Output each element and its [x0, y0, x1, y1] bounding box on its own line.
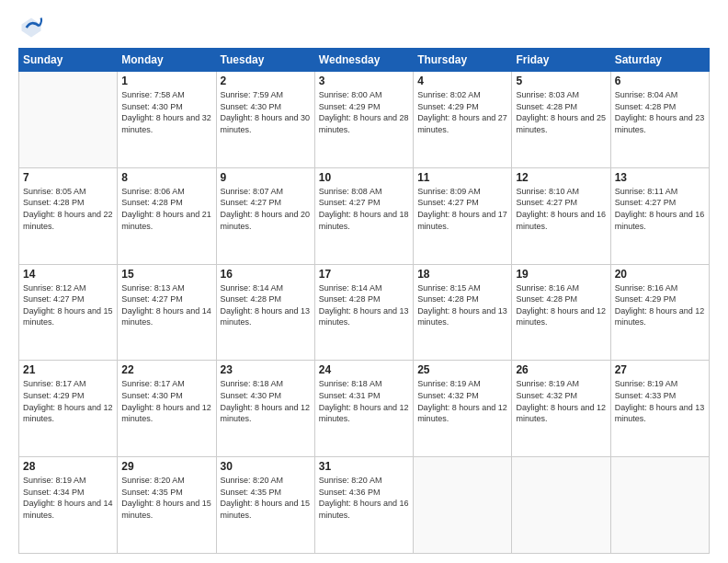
calendar-cell: 27Sunrise: 8:19 AMSunset: 4:33 PMDayligh…: [610, 361, 709, 457]
calendar-cell: 24Sunrise: 8:18 AMSunset: 4:31 PMDayligh…: [314, 361, 413, 457]
day-info: Sunrise: 8:05 AMSunset: 4:28 PMDaylight:…: [23, 186, 113, 232]
calendar-cell: 19Sunrise: 8:16 AMSunset: 4:28 PMDayligh…: [512, 264, 610, 361]
day-info: Sunrise: 8:16 AMSunset: 4:29 PMDaylight:…: [615, 282, 705, 328]
day-number: 3: [319, 75, 409, 87]
calendar-cell: [414, 457, 512, 554]
day-info: Sunrise: 8:09 AMSunset: 4:27 PMDaylight:…: [417, 186, 507, 232]
day-number: 29: [121, 460, 211, 473]
day-number: 22: [121, 363, 211, 376]
day-info: Sunrise: 8:16 AMSunset: 4:28 PMDaylight:…: [516, 282, 606, 328]
calendar-cell: [610, 457, 709, 554]
weekday-header: Tuesday: [216, 49, 314, 72]
calendar-cell: 7Sunrise: 8:05 AMSunset: 4:28 PMDaylight…: [19, 167, 118, 264]
calendar-header-row: SundayMondayTuesdayWednesdayThursdayFrid…: [19, 49, 710, 72]
calendar-cell: 10Sunrise: 8:08 AMSunset: 4:27 PMDayligh…: [314, 167, 413, 264]
day-info: Sunrise: 8:17 AMSunset: 4:30 PMDaylight:…: [121, 378, 211, 424]
day-info: Sunrise: 8:19 AMSunset: 4:32 PMDaylight:…: [417, 378, 507, 424]
day-number: 14: [23, 268, 113, 281]
calendar-week-row: 21Sunrise: 8:17 AMSunset: 4:29 PMDayligh…: [19, 361, 710, 457]
logo-icon: [18, 15, 44, 40]
day-info: Sunrise: 8:13 AMSunset: 4:27 PMDaylight:…: [121, 282, 211, 328]
day-number: 24: [319, 363, 409, 376]
day-number: 23: [221, 363, 311, 376]
day-info: Sunrise: 8:03 AMSunset: 4:28 PMDaylight:…: [516, 89, 606, 135]
day-number: 19: [516, 268, 606, 281]
weekday-header: Friday: [512, 49, 610, 72]
calendar-cell: 26Sunrise: 8:19 AMSunset: 4:32 PMDayligh…: [512, 361, 610, 457]
day-info: Sunrise: 8:19 AMSunset: 4:34 PMDaylight:…: [23, 475, 113, 521]
day-number: 13: [615, 171, 705, 184]
svg-marker-0: [22, 18, 41, 38]
day-number: 25: [417, 363, 507, 376]
day-number: 5: [516, 75, 606, 87]
weekday-header: Monday: [118, 49, 216, 72]
day-info: Sunrise: 8:02 AMSunset: 4:29 PMDaylight:…: [417, 89, 507, 135]
calendar-week-row: 1Sunrise: 7:58 AMSunset: 4:30 PMDaylight…: [19, 72, 710, 168]
day-number: 9: [221, 171, 311, 184]
weekday-header: Wednesday: [314, 49, 413, 72]
calendar-cell: 28Sunrise: 8:19 AMSunset: 4:34 PMDayligh…: [19, 457, 118, 554]
day-number: 8: [121, 171, 211, 184]
day-info: Sunrise: 8:18 AMSunset: 4:30 PMDaylight:…: [221, 378, 311, 424]
calendar-cell: 16Sunrise: 8:14 AMSunset: 4:28 PMDayligh…: [216, 264, 314, 361]
calendar-cell: 21Sunrise: 8:17 AMSunset: 4:29 PMDayligh…: [19, 361, 118, 457]
calendar-week-row: 7Sunrise: 8:05 AMSunset: 4:28 PMDaylight…: [19, 167, 710, 264]
day-info: Sunrise: 8:04 AMSunset: 4:28 PMDaylight:…: [615, 89, 705, 135]
day-info: Sunrise: 7:58 AMSunset: 4:30 PMDaylight:…: [121, 89, 211, 135]
day-info: Sunrise: 8:07 AMSunset: 4:27 PMDaylight:…: [221, 186, 311, 232]
day-number: 4: [417, 75, 507, 87]
day-info: Sunrise: 8:00 AMSunset: 4:29 PMDaylight:…: [319, 89, 409, 135]
weekday-header: Sunday: [19, 49, 118, 72]
logo: [18, 15, 48, 40]
day-number: 6: [615, 75, 705, 87]
weekday-header: Thursday: [414, 49, 512, 72]
day-info: Sunrise: 8:19 AMSunset: 4:32 PMDaylight:…: [516, 378, 606, 424]
day-number: 26: [516, 363, 606, 376]
calendar-cell: 15Sunrise: 8:13 AMSunset: 4:27 PMDayligh…: [118, 264, 216, 361]
calendar-cell: 31Sunrise: 8:20 AMSunset: 4:36 PMDayligh…: [314, 457, 413, 554]
day-number: 11: [417, 171, 507, 184]
calendar-cell: 2Sunrise: 7:59 AMSunset: 4:30 PMDaylight…: [216, 72, 314, 168]
calendar-cell: 8Sunrise: 8:06 AMSunset: 4:28 PMDaylight…: [118, 167, 216, 264]
day-info: Sunrise: 8:18 AMSunset: 4:31 PMDaylight:…: [319, 378, 409, 424]
calendar-week-row: 28Sunrise: 8:19 AMSunset: 4:34 PMDayligh…: [19, 457, 710, 554]
calendar-cell: 30Sunrise: 8:20 AMSunset: 4:35 PMDayligh…: [216, 457, 314, 554]
calendar-cell: 22Sunrise: 8:17 AMSunset: 4:30 PMDayligh…: [118, 361, 216, 457]
day-number: 20: [615, 268, 705, 281]
day-number: 16: [221, 268, 311, 281]
day-info: Sunrise: 8:14 AMSunset: 4:28 PMDaylight:…: [221, 282, 311, 328]
day-number: 2: [221, 75, 311, 87]
day-info: Sunrise: 8:08 AMSunset: 4:27 PMDaylight:…: [319, 186, 409, 232]
calendar-cell: 17Sunrise: 8:14 AMSunset: 4:28 PMDayligh…: [314, 264, 413, 361]
day-info: Sunrise: 7:59 AMSunset: 4:30 PMDaylight:…: [221, 89, 311, 135]
header: [18, 15, 710, 40]
day-info: Sunrise: 8:15 AMSunset: 4:28 PMDaylight:…: [417, 282, 507, 328]
calendar-cell: 5Sunrise: 8:03 AMSunset: 4:28 PMDaylight…: [512, 72, 610, 168]
day-info: Sunrise: 8:20 AMSunset: 4:35 PMDaylight:…: [121, 475, 211, 521]
calendar-cell: 9Sunrise: 8:07 AMSunset: 4:27 PMDaylight…: [216, 167, 314, 264]
day-number: 15: [121, 268, 211, 281]
day-number: 1: [121, 75, 211, 87]
weekday-header: Saturday: [610, 49, 709, 72]
day-number: 10: [319, 171, 409, 184]
day-info: Sunrise: 8:17 AMSunset: 4:29 PMDaylight:…: [23, 378, 113, 424]
day-number: 31: [319, 460, 409, 473]
day-number: 28: [23, 460, 113, 473]
calendar-cell: 20Sunrise: 8:16 AMSunset: 4:29 PMDayligh…: [610, 264, 709, 361]
calendar-cell: 12Sunrise: 8:10 AMSunset: 4:27 PMDayligh…: [512, 167, 610, 264]
day-number: 18: [417, 268, 507, 281]
calendar-cell: 4Sunrise: 8:02 AMSunset: 4:29 PMDaylight…: [414, 72, 512, 168]
day-number: 21: [23, 363, 113, 376]
page: SundayMondayTuesdayWednesdayThursdayFrid…: [0, 0, 728, 563]
day-number: 30: [221, 460, 311, 473]
day-number: 17: [319, 268, 409, 281]
calendar-cell: [512, 457, 610, 554]
calendar-cell: 29Sunrise: 8:20 AMSunset: 4:35 PMDayligh…: [118, 457, 216, 554]
calendar-cell: 1Sunrise: 7:58 AMSunset: 4:30 PMDaylight…: [118, 72, 216, 168]
day-info: Sunrise: 8:12 AMSunset: 4:27 PMDaylight:…: [23, 282, 113, 328]
day-info: Sunrise: 8:19 AMSunset: 4:33 PMDaylight:…: [615, 378, 705, 424]
calendar-cell: [19, 72, 118, 168]
calendar-cell: 18Sunrise: 8:15 AMSunset: 4:28 PMDayligh…: [414, 264, 512, 361]
calendar-week-row: 14Sunrise: 8:12 AMSunset: 4:27 PMDayligh…: [19, 264, 710, 361]
calendar-cell: 14Sunrise: 8:12 AMSunset: 4:27 PMDayligh…: [19, 264, 118, 361]
